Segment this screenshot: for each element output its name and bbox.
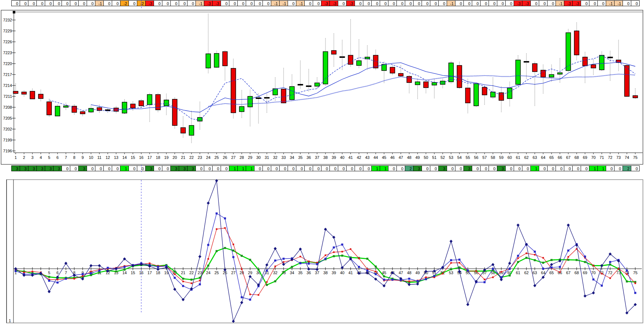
svg-text:39: 39 — [332, 271, 336, 275]
svg-text:57: 57 — [482, 155, 487, 160]
top-strip-cell: 0 — [237, 0, 246, 6]
signal-strip-cell: 0 — [430, 165, 439, 171]
top-strip-cell: 0 — [380, 0, 388, 6]
svg-text:70: 70 — [591, 155, 596, 160]
svg-text:41: 41 — [348, 271, 353, 275]
svg-text:42: 42 — [357, 155, 361, 160]
signal-strip-cell: 3 — [53, 165, 62, 171]
svg-text:36: 36 — [307, 155, 311, 160]
top-strip-cell: 0 — [45, 0, 54, 6]
svg-text:7217: 7217 — [3, 72, 12, 77]
top-strip-cell: 0 — [396, 0, 405, 6]
signal-strip-cell: 0 — [556, 165, 564, 171]
svg-text:27: 27 — [231, 271, 236, 275]
svg-text:46: 46 — [390, 155, 395, 160]
svg-text:7214: 7214 — [3, 83, 12, 88]
signal-strip-cell: 0 — [103, 165, 112, 171]
svg-text:1: 1 — [15, 155, 17, 160]
svg-text:52: 52 — [440, 155, 445, 160]
top-strip-cell: 0 — [438, 0, 447, 6]
svg-text:14: 14 — [122, 271, 127, 275]
top-strip-cell: -1 — [271, 0, 280, 6]
svg-text:75: 75 — [633, 271, 637, 275]
top-strip-cell: 0 — [36, 0, 45, 6]
signal-strip-cell: 0 — [363, 165, 372, 171]
svg-text:66: 66 — [558, 155, 562, 160]
top-strip-cell: 0 — [489, 0, 497, 6]
svg-text:7223: 7223 — [3, 51, 12, 55]
signal-strip-cell: 0 — [154, 165, 162, 171]
svg-text:37: 37 — [315, 271, 319, 275]
signal-strip-cell: 0 — [606, 165, 615, 171]
svg-text:61: 61 — [516, 271, 520, 275]
top-strip-cell: -3 — [514, 0, 522, 6]
svg-text:65: 65 — [549, 271, 554, 275]
signal-strip-cell: 3 — [20, 165, 28, 171]
svg-text:49: 49 — [415, 155, 420, 160]
svg-text:21: 21 — [181, 155, 185, 160]
top-strip-cell: 0 — [170, 0, 179, 6]
svg-text:53: 53 — [449, 271, 453, 275]
svg-text:68: 68 — [574, 271, 579, 275]
signal-strip-cell: 0 — [254, 165, 263, 171]
svg-text:10: 10 — [89, 155, 93, 160]
top-strip-cell: 0 — [530, 0, 539, 6]
top-strip-cell: 0 — [11, 0, 20, 6]
svg-text:8: 8 — [73, 155, 75, 160]
signal-strip-cell: 0 — [321, 165, 330, 171]
svg-text:7226: 7226 — [3, 40, 12, 44]
signal-strip-cell: 1 — [120, 165, 129, 171]
signal-strip-cell: 0 — [279, 165, 288, 171]
oscillator-chart: 1123456789101112131415161718192021222324… — [0, 172, 644, 324]
top-strip-cell: 0 — [20, 0, 28, 6]
svg-text:53: 53 — [449, 155, 453, 160]
svg-text:35: 35 — [298, 271, 303, 275]
svg-text:41: 41 — [348, 155, 353, 160]
svg-text:23: 23 — [198, 271, 202, 275]
svg-text:19: 19 — [164, 155, 169, 160]
signal-strip-cell: 0 — [62, 165, 70, 171]
signal-strip-cell: 0 — [112, 165, 120, 171]
signal-strip-cell: 0 — [288, 165, 296, 171]
svg-text:26: 26 — [223, 155, 227, 160]
top-strip-cell: 0 — [539, 0, 548, 6]
top-strip-cell: 0 — [62, 0, 70, 6]
signal-strip-cell: 1 — [371, 165, 380, 171]
top-strip-cell: 0 — [455, 0, 464, 6]
svg-text:73: 73 — [616, 155, 621, 160]
signal-strip-cell: 0 — [547, 165, 556, 171]
svg-text:7196: 7196 — [3, 149, 12, 153]
svg-text:48: 48 — [407, 271, 411, 275]
signal-strip-cell: 0 — [539, 165, 548, 171]
signal-strip-cell: 0 — [313, 165, 321, 171]
signal-strip-cell: 0 — [388, 165, 397, 171]
top-strip-cell: 0 — [304, 0, 313, 6]
svg-text:47: 47 — [399, 271, 403, 275]
svg-text:20: 20 — [173, 155, 177, 160]
svg-text:75: 75 — [633, 155, 637, 160]
signal-strip-cell: 3 — [413, 165, 422, 171]
top-strip-cell: 0 — [78, 0, 87, 6]
svg-text:7220: 7220 — [3, 61, 12, 66]
top-strip-cell: 0 — [472, 0, 481, 6]
signal-strip-cell: 0 — [480, 165, 489, 171]
top-strip-cell: -3 — [321, 0, 330, 6]
svg-text:47: 47 — [399, 155, 403, 160]
signal-strip-cell: 0 — [564, 165, 573, 171]
top-strip-cell: 0 — [547, 0, 556, 6]
svg-text:2: 2 — [23, 155, 25, 160]
top-strip-cell: 0 — [413, 0, 422, 6]
svg-text:33: 33 — [281, 155, 286, 160]
top-strip-cell: -3 — [204, 0, 213, 6]
signal-strip-cell: 0 — [447, 165, 455, 171]
svg-text:48: 48 — [407, 155, 411, 160]
svg-text:7: 7 — [65, 155, 67, 160]
signal-strip-cell: 3 — [36, 165, 45, 171]
signal-strip-cell: 0 — [396, 165, 405, 171]
svg-text:24: 24 — [206, 155, 210, 160]
signal-strip-cell: 0 — [162, 165, 171, 171]
svg-text:25: 25 — [214, 271, 219, 275]
svg-text:14: 14 — [122, 155, 127, 160]
signal-strip-cell: 0 — [338, 165, 347, 171]
signal-strip-cell: 0 — [489, 165, 497, 171]
